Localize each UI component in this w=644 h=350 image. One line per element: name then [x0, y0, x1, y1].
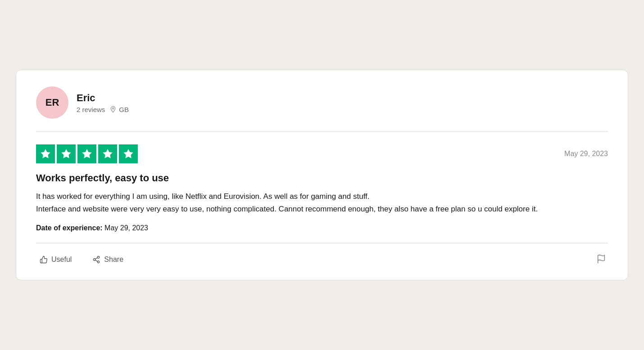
date-of-experience-value: May 29, 2023: [104, 224, 148, 232]
footer-actions: Useful Share: [36, 254, 127, 265]
date-of-experience: Date of experience: May 29, 2023: [36, 224, 608, 232]
star-5: [119, 144, 138, 163]
review-body: May 29, 2023 Works perfectly, easy to us…: [36, 132, 608, 243]
location-icon: [109, 106, 117, 113]
review-body-line1: It has worked for everything I am using,…: [36, 192, 370, 201]
avatar: ER: [36, 86, 68, 119]
share-icon: [92, 256, 100, 264]
svg-marker-1: [41, 149, 50, 158]
reviewer-info: Eric 2 reviews GB: [77, 92, 129, 113]
review-date: May 29, 2023: [564, 150, 608, 158]
svg-marker-5: [123, 149, 133, 158]
flag-icon: [596, 254, 606, 264]
review-text: It has worked for everything I am using,…: [36, 190, 608, 215]
svg-marker-3: [82, 149, 92, 158]
review-meta-row: May 29, 2023: [36, 144, 608, 163]
share-button[interactable]: Share: [89, 254, 127, 265]
reviewer-name: Eric: [77, 92, 129, 104]
svg-point-7: [94, 259, 96, 261]
useful-button[interactable]: Useful: [36, 254, 75, 265]
svg-marker-2: [61, 149, 71, 158]
avatar-initials: ER: [45, 97, 59, 108]
date-of-experience-label: Date of experience:: [36, 224, 103, 232]
country-code: GB: [119, 106, 129, 113]
star-1: [36, 144, 55, 163]
svg-point-0: [113, 108, 114, 109]
star-3: [77, 144, 96, 163]
review-title: Works perfectly, easy to use: [36, 172, 608, 184]
review-footer: Useful Share: [36, 243, 608, 267]
svg-point-6: [98, 256, 100, 259]
reviewer-location: GB: [109, 106, 129, 113]
thumbs-up-icon: [40, 256, 48, 264]
useful-label: Useful: [51, 256, 72, 264]
star-rating: [36, 144, 138, 163]
review-count: 2 reviews: [77, 106, 105, 113]
star-4: [98, 144, 117, 163]
share-label: Share: [104, 256, 123, 264]
star-2: [57, 144, 76, 163]
reviewer-meta: 2 reviews GB: [77, 106, 129, 113]
flag-button[interactable]: [594, 252, 608, 267]
svg-marker-4: [103, 149, 113, 158]
svg-line-9: [95, 260, 98, 261]
review-card: ER Eric 2 reviews GB: [16, 70, 628, 280]
svg-line-10: [95, 258, 98, 259]
reviewer-header: ER Eric 2 reviews GB: [36, 86, 608, 132]
svg-point-8: [98, 261, 100, 263]
review-body-line2: Interface and website were very very eas…: [36, 205, 538, 213]
